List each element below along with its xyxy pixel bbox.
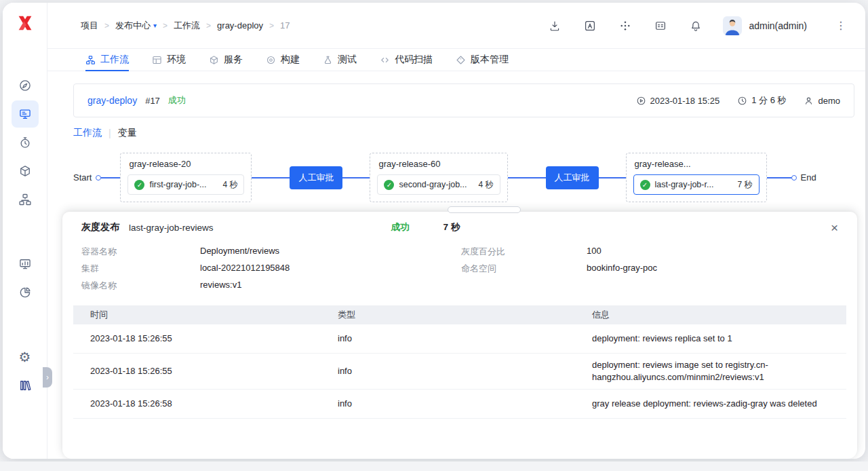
run-status: 成功: [168, 94, 186, 107]
field-value: bookinfo-gray-poc: [587, 263, 838, 275]
job-duration: 7 秒: [738, 179, 753, 191]
breadcrumb-release-center[interactable]: 发布中心 ▾: [115, 20, 157, 32]
sidebar-item-dashboard[interactable]: [12, 72, 39, 99]
cell-message: deployment: reviews replica set to 1: [575, 327, 846, 350]
workflow-pipeline: Start gray-release-20 ✓ first-gray-job-.…: [73, 153, 854, 202]
event-log-table: 时间 类型 信息 2023-01-18 15:26:55 info deploy…: [73, 305, 846, 419]
tab-label: 工作流: [100, 54, 129, 66]
topbar-actions: admin(admin) ⋮: [537, 16, 848, 35]
sidebar-item-release-center[interactable]: [12, 100, 39, 128]
license-button[interactable]: [643, 20, 678, 32]
tab-builds[interactable]: 构建: [266, 49, 300, 71]
job-name: second-gray-job...: [399, 180, 467, 189]
job-name: first-gray-job-...: [149, 180, 211, 189]
environment-tab-icon: [152, 55, 162, 65]
cell-time: 2023-01-18 15:26:55: [73, 360, 321, 383]
apps-dots-icon: [619, 20, 631, 32]
tab-environment[interactable]: 环境: [152, 49, 186, 71]
job-card-last-gray-job[interactable]: ✓ last-gray-job-r... 7 秒: [633, 174, 760, 195]
tab-label: 测试: [338, 54, 357, 66]
notifications-button[interactable]: [678, 20, 713, 32]
sidebar-item-timer[interactable]: [12, 129, 39, 156]
bell-icon: [690, 20, 702, 32]
pipeline-start-label: Start: [73, 172, 92, 183]
sidebar-item-monitoring[interactable]: [12, 250, 39, 278]
module-tabs: 工作流 环境 服务 构建 测试 代码扫描: [47, 49, 865, 71]
main-area: 项目 > 发布中心 ▾ > 工作流 > gray-deploy > 17: [47, 3, 865, 459]
id-card-icon: [654, 20, 667, 32]
avatar[interactable]: [723, 16, 742, 35]
cell-message: deployment: reviews image set to registr…: [575, 354, 846, 389]
username[interactable]: admin(admin): [749, 20, 807, 31]
success-check-icon: ✓: [640, 180, 650, 190]
avatar-image: [723, 16, 742, 35]
horizontal-scrollbar-thumb[interactable]: [448, 206, 521, 213]
run-executor-value: demo: [818, 96, 840, 106]
job-card-second-gray-job[interactable]: ✓ second-gray-job... 4 秒: [377, 174, 500, 195]
job-card-first-gray-job[interactable]: ✓ first-gray-job-... 4 秒: [127, 174, 244, 195]
table-row: 2023-01-18 15:26:58 info gray release de…: [73, 390, 846, 419]
pipeline-connector: [101, 177, 120, 178]
sidebar-item-delivery[interactable]: [12, 157, 39, 185]
drawer-job-duration: 7 秒: [443, 221, 460, 233]
pipeline-connector: [767, 177, 791, 178]
job-name: last-gray-job-r...: [655, 180, 726, 189]
breadcrumb-projects[interactable]: 项目: [81, 20, 98, 32]
drawer-job-name: last-gray-job-reviews: [129, 223, 214, 233]
breadcrumb-workflow[interactable]: 工作流: [174, 20, 200, 32]
subtab-workflow[interactable]: 工作流: [73, 127, 102, 139]
breadcrumb-gray-deploy[interactable]: gray-deploy: [217, 20, 263, 31]
subtab-variables[interactable]: 变量: [118, 127, 137, 139]
run-name-link[interactable]: gray-deploy: [87, 95, 137, 106]
sidebar-item-data-insight[interactable]: [12, 279, 39, 306]
manual-approval-button-1[interactable]: 人工审批: [290, 166, 342, 189]
pipeline-end-node: [791, 175, 797, 181]
tab-version-management[interactable]: 版本管理: [456, 49, 509, 71]
package-icon: [18, 164, 32, 178]
sidebar-item-workflow[interactable]: [12, 186, 39, 213]
workflow-tab-icon: [85, 55, 96, 65]
stage-title: gray-release-60: [378, 159, 498, 169]
pipeline-connector: [599, 177, 626, 178]
manual-approval-button-2[interactable]: 人工审批: [546, 166, 599, 189]
download-button[interactable]: [537, 20, 572, 32]
tab-services[interactable]: 服务: [209, 49, 243, 71]
zadig-logo[interactable]: [13, 11, 37, 35]
play-circle-icon: [636, 96, 646, 106]
gear-icon: ⚙: [19, 349, 31, 365]
chevron-right-icon: ›: [46, 373, 49, 382]
sidebar-item-docs[interactable]: [12, 372, 39, 399]
pipeline-end-label: End: [801, 172, 816, 183]
apps-button[interactable]: [608, 20, 643, 32]
tab-label: 版本管理: [471, 54, 509, 66]
services-tab-icon: [209, 55, 219, 65]
workflow-run-page: gray-deploy #17 成功 2023-01-18 15:25 1 分 …: [47, 71, 865, 202]
breadcrumb-separator: >: [269, 21, 274, 31]
field-label: [461, 280, 587, 292]
run-start-time-value: 2023-01-18 15:25: [650, 96, 720, 106]
tab-workflow[interactable]: 工作流: [85, 49, 129, 71]
app-window: ⚙ › 项目 > 发布中心 ▾ > 工作流 > gray-deploy: [3, 3, 865, 459]
pipeline-connector: [252, 177, 290, 178]
field-value: [587, 280, 838, 292]
field-value: 100: [587, 246, 838, 258]
sidebar-item-settings[interactable]: ⚙: [12, 343, 39, 371]
pie-chart-icon: [18, 286, 32, 299]
tab-code-scan[interactable]: 代码扫描: [380, 49, 433, 71]
person-icon: [804, 96, 814, 106]
breadcrumb-run-number: 17: [280, 20, 290, 31]
language-button[interactable]: [572, 20, 608, 32]
column-header-type: 类型: [321, 309, 575, 321]
drawer-job-status: 成功: [391, 221, 410, 233]
success-check-icon: ✓: [384, 180, 394, 190]
compass-icon: [18, 79, 32, 92]
job-detail-fields: 容器名称 Deployment/reviews 灰度百分比 100 集群 loc…: [62, 243, 857, 301]
close-icon[interactable]: ×: [831, 221, 838, 234]
sidebar-collapse-handle[interactable]: ›: [43, 367, 52, 388]
cell-message: gray release deployment: reviews-zadig-g…: [575, 392, 846, 415]
column-header-message: 信息: [575, 309, 846, 321]
more-menu-icon[interactable]: ⋮: [834, 19, 848, 32]
tab-tests[interactable]: 测试: [323, 49, 357, 71]
pipeline-connector: [342, 177, 370, 178]
stage-title: gray-release...: [635, 159, 758, 169]
